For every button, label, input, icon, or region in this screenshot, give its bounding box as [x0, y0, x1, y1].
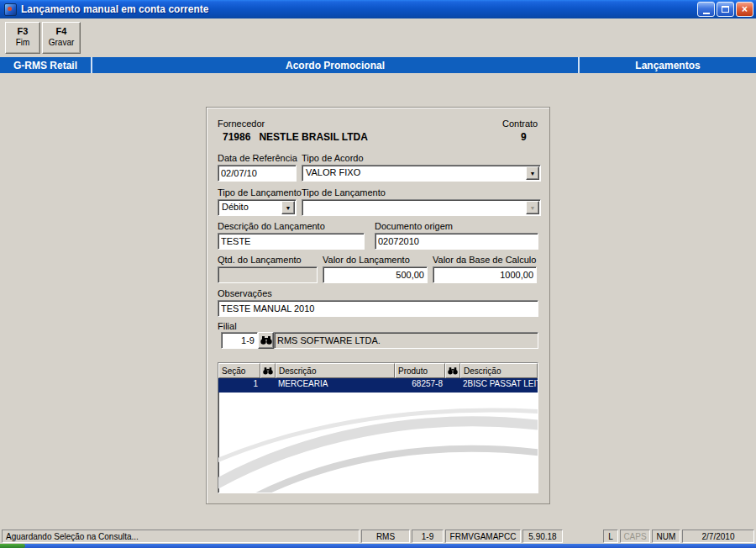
- cell-secao: 1: [218, 378, 260, 393]
- qtd-label: Qtd. do Lançamento: [218, 255, 302, 265]
- column-header-descricao1[interactable]: Descrição: [276, 363, 395, 378]
- tipo-lancamento-select[interactable]: Débito ▼: [218, 199, 297, 216]
- produto-search-button[interactable]: [445, 363, 460, 378]
- tipo-acordo-select[interactable]: VALOR FIXO ▼: [302, 165, 541, 182]
- gravar-key: F4: [43, 26, 80, 36]
- column-header-descricao2[interactable]: Descrição: [460, 363, 538, 378]
- status-spacer: [564, 530, 601, 543]
- status-message: Aguardando Seleção na Consulta...: [2, 530, 360, 543]
- start-button[interactable]: [0, 544, 25, 548]
- header-module: Acordo Promocional: [92, 57, 580, 73]
- status-date: 2/7/2010: [682, 530, 754, 543]
- binoculars-icon: [260, 336, 272, 345]
- documento-input[interactable]: [375, 233, 538, 250]
- secao-search-button[interactable]: [260, 363, 276, 378]
- cell-produto: 68257-8: [395, 378, 445, 393]
- filial-label: Filial: [218, 321, 237, 331]
- close-button[interactable]: ×: [736, 2, 753, 17]
- gravar-label: Gravar: [43, 38, 80, 47]
- observacoes-input[interactable]: [218, 300, 538, 317]
- tipo-acordo-value: VALOR FIXO: [302, 166, 540, 177]
- documento-label: Documento origem: [375, 221, 453, 231]
- descricao-label: Descrição do Lançamento: [218, 221, 325, 231]
- status-l-indicator: L: [603, 530, 618, 543]
- base-calculo-input[interactable]: [433, 266, 537, 283]
- filial-code-input[interactable]: [221, 332, 258, 349]
- fim-label: Fim: [6, 38, 39, 47]
- app-header: G-RMS Retail Acordo Promocional Lançamen…: [0, 57, 756, 73]
- window-title: Lançamento manual em conta corrente: [21, 3, 696, 15]
- column-header-secao[interactable]: Seção: [218, 363, 260, 378]
- data-referencia-input[interactable]: [218, 165, 297, 182]
- base-calculo-label: Valor da Base de Calculo: [433, 255, 536, 265]
- title-bar[interactable]: Lançamento manual em conta corrente ×: [0, 0, 756, 18]
- header-section: Lançamentos: [580, 57, 756, 73]
- tipo-acordo-label: Tipo de Acordo: [302, 153, 364, 163]
- minimize-icon: [703, 13, 710, 14]
- status-branch: 1-9: [412, 530, 444, 543]
- minimize-button[interactable]: [697, 2, 715, 17]
- chevron-down-icon[interactable]: ▼: [281, 201, 295, 214]
- fornecedor-name: NESTLE BRASIL LTDA: [259, 131, 368, 143]
- valor-input[interactable]: [323, 266, 428, 283]
- tipo-lancamento2-select: ▼: [302, 199, 541, 216]
- form-panel: Fornecedor 71986 NESTLE BRASIL LTDA Cont…: [206, 107, 550, 504]
- status-bar: Aguardando Seleção na Consulta... RMS 1-…: [0, 529, 756, 544]
- tipo-lancamento-label: Tipo de Lançamento: [218, 187, 302, 198]
- taskbar[interactable]: [0, 544, 756, 548]
- valor-label: Valor do Lançamento: [323, 255, 410, 265]
- chevron-down-icon[interactable]: ▼: [526, 166, 539, 180]
- toolbar: F3 Fim F4 Gravar: [0, 18, 756, 57]
- status-version: 5.90.18: [522, 530, 563, 543]
- close-icon: ×: [742, 3, 748, 15]
- maximize-icon: [722, 6, 729, 13]
- cell-descricao2: 2BISC PASSAT LEITE+BO: [460, 378, 538, 393]
- fim-key: F3: [6, 26, 39, 36]
- app-icon: [4, 3, 17, 16]
- swoosh-watermark: [218, 393, 538, 493]
- column-header-produto[interactable]: Produto: [395, 363, 445, 378]
- status-program: FRMVGAMAPCC: [445, 530, 521, 543]
- binoculars-icon: [448, 367, 458, 375]
- table-row[interactable]: 1 MERCEARIA 68257-8 2BISC PASSAT LEITE+B…: [218, 378, 538, 393]
- status-system: RMS: [361, 530, 410, 543]
- contrato-value: 9: [521, 131, 527, 143]
- cell-spacer: [445, 378, 460, 393]
- fornecedor-label: Fornecedor: [218, 119, 265, 129]
- fornecedor-code: 71986: [223, 131, 250, 143]
- maximize-button[interactable]: [717, 2, 734, 17]
- app-window: Lançamento manual em conta corrente × F3…: [0, 0, 756, 548]
- filial-search-button[interactable]: [258, 332, 274, 349]
- chevron-down-icon: ▼: [526, 201, 539, 214]
- tipo-lancamento2-value: [302, 200, 540, 202]
- grid-header: Seção Descrição Produto: [218, 363, 538, 378]
- cell-spacer: [260, 378, 276, 393]
- status-num-indicator: NUM: [652, 530, 680, 543]
- tipo-lancamento2-label: Tipo de Lançamento: [302, 187, 386, 198]
- gravar-button[interactable]: F4 Gravar: [42, 22, 81, 54]
- cell-descricao1: MERCEARIA: [276, 378, 395, 393]
- items-grid: Seção Descrição Produto: [218, 362, 538, 493]
- fim-button[interactable]: F3 Fim: [5, 22, 40, 54]
- filial-name-field: [274, 332, 538, 349]
- descricao-input[interactable]: [218, 233, 365, 250]
- data-referencia-label: Data de Referência: [218, 153, 297, 163]
- contrato-label: Contrato: [502, 119, 538, 129]
- status-caps-indicator: CAPS: [620, 530, 650, 543]
- fornecedor-value: 71986 NESTLE BRASIL LTDA: [223, 131, 368, 143]
- binoculars-icon: [263, 367, 273, 375]
- qtd-input: [218, 266, 318, 283]
- observacoes-label: Observações: [218, 288, 272, 298]
- header-product: G-RMS Retail: [0, 57, 92, 73]
